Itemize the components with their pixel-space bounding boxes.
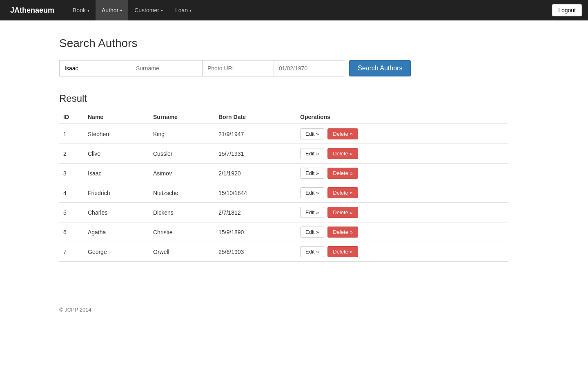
cell-surname: Asimov: [149, 164, 214, 183]
delete-button[interactable]: Delete »: [327, 168, 358, 179]
delete-button[interactable]: Delete »: [327, 227, 358, 238]
cell-name: Isaac: [84, 164, 149, 183]
cell-born-date: 2/7/1812: [214, 203, 296, 222]
cell-id: 2: [59, 144, 84, 164]
surname-input[interactable]: [131, 60, 202, 76]
cell-id: 3: [59, 164, 84, 183]
cell-id: 6: [59, 222, 84, 242]
nav-loan-label: Loan: [175, 7, 188, 13]
photo-url-input[interactable]: [202, 60, 274, 76]
cell-name: Friedrich: [84, 183, 149, 203]
cell-operations: Edit » Delete »: [296, 124, 508, 144]
nav-item-customer[interactable]: Customer ▾: [128, 0, 169, 20]
cell-surname: Nietzsche: [149, 183, 214, 203]
nav-item-author[interactable]: Author ▾: [96, 0, 128, 20]
table-row: 1 Stephen King 21/9/1947 Edit » Delete »: [59, 124, 508, 144]
table-row: 2 Clive Cussler 15/7/1931 Edit » Delete …: [59, 144, 508, 164]
cell-born-date: 15/9/1890: [214, 222, 296, 242]
nav-customer-label: Customer: [134, 7, 159, 13]
cell-name: Charles: [84, 203, 149, 222]
edit-button[interactable]: Edit »: [300, 168, 324, 179]
delete-button[interactable]: Delete »: [327, 187, 358, 198]
cell-surname: Cussler: [149, 144, 214, 164]
result-title: Result: [59, 93, 529, 104]
edit-button[interactable]: Edit »: [300, 207, 324, 218]
table-row: 6 Agatha Christie 15/9/1890 Edit » Delet…: [59, 222, 508, 242]
cell-operations: Edit » Delete »: [296, 164, 508, 183]
cell-operations: Edit » Delete »: [296, 144, 508, 164]
cell-surname: Orwell: [149, 242, 214, 262]
table-body: 1 Stephen King 21/9/1947 Edit » Delete »…: [59, 124, 508, 262]
col-header-operations: Operations: [296, 110, 508, 124]
delete-button[interactable]: Delete »: [327, 246, 358, 257]
cell-operations: Edit » Delete »: [296, 242, 508, 262]
cell-operations: Edit » Delete »: [296, 183, 508, 203]
cell-id: 1: [59, 124, 84, 144]
chevron-down-icon: ▾: [189, 8, 192, 13]
table-row: 3 Isaac Asimov 2/1/1920 Edit » Delete »: [59, 164, 508, 183]
col-header-born: Born Date: [214, 110, 296, 124]
nav-author-label: Author: [102, 7, 118, 13]
delete-button[interactable]: Delete »: [327, 128, 358, 139]
authors-table: ID Name Surname Born Date Operations 1 S…: [59, 110, 508, 262]
cell-surname: Dickens: [149, 203, 214, 222]
name-input[interactable]: [59, 60, 131, 76]
copyright-text: © JCPP 2014: [59, 307, 91, 313]
cell-name: Clive: [84, 144, 149, 164]
cell-name: Stephen: [84, 124, 149, 144]
nav-item-loan[interactable]: Loan ▾: [169, 0, 198, 20]
cell-surname: Christie: [149, 222, 214, 242]
chevron-down-icon: ▾: [120, 8, 122, 13]
navbar: JAthenaeum Book ▾ Author ▾ Customer ▾ Lo…: [0, 0, 588, 20]
cell-name: Agatha: [84, 222, 149, 242]
cell-operations: Edit » Delete »: [296, 222, 508, 242]
nav-item-book[interactable]: Book ▾: [67, 0, 96, 20]
edit-button[interactable]: Edit »: [300, 227, 324, 238]
brand-logo[interactable]: JAthenaeum: [6, 6, 58, 15]
cell-operations: Edit » Delete »: [296, 203, 508, 222]
delete-button[interactable]: Delete »: [327, 148, 358, 159]
edit-button[interactable]: Edit »: [300, 246, 324, 257]
cell-born-date: 21/9/1947: [214, 124, 296, 144]
search-form: Search Authors: [59, 60, 529, 76]
chevron-down-icon: ▾: [87, 8, 89, 13]
cell-id: 7: [59, 242, 84, 262]
cell-born-date: 2/1/1920: [214, 164, 296, 183]
main-content: Search Authors Search Authors Result ID …: [0, 20, 588, 278]
col-header-id: ID: [59, 110, 84, 124]
edit-button[interactable]: Edit »: [300, 128, 324, 139]
cell-name: George: [84, 242, 149, 262]
col-header-name: Name: [84, 110, 149, 124]
navbar-right: Logout: [552, 4, 582, 16]
cell-born-date: 15/10/1844: [214, 183, 296, 203]
cell-id: 4: [59, 183, 84, 203]
table-row: 5 Charles Dickens 2/7/1812 Edit » Delete…: [59, 203, 508, 222]
cell-born-date: 25/6/1903: [214, 242, 296, 262]
col-header-surname: Surname: [149, 110, 214, 124]
table-row: 4 Friedrich Nietzsche 15/10/1844 Edit » …: [59, 183, 508, 203]
search-authors-button[interactable]: Search Authors: [349, 60, 411, 76]
cell-id: 5: [59, 203, 84, 222]
cell-surname: King: [149, 124, 214, 144]
chevron-down-icon: ▾: [161, 8, 163, 13]
footer: © JCPP 2014: [0, 298, 588, 321]
cell-born-date: 15/7/1931: [214, 144, 296, 164]
page-title: Search Authors: [59, 37, 529, 50]
date-input[interactable]: [274, 60, 345, 76]
nav-book-label: Book: [73, 7, 86, 13]
table-header: ID Name Surname Born Date Operations: [59, 110, 508, 124]
edit-button[interactable]: Edit »: [300, 187, 324, 198]
edit-button[interactable]: Edit »: [300, 148, 324, 159]
table-row: 7 George Orwell 25/6/1903 Edit » Delete …: [59, 242, 508, 262]
delete-button[interactable]: Delete »: [327, 207, 358, 218]
logout-button[interactable]: Logout: [552, 4, 582, 16]
